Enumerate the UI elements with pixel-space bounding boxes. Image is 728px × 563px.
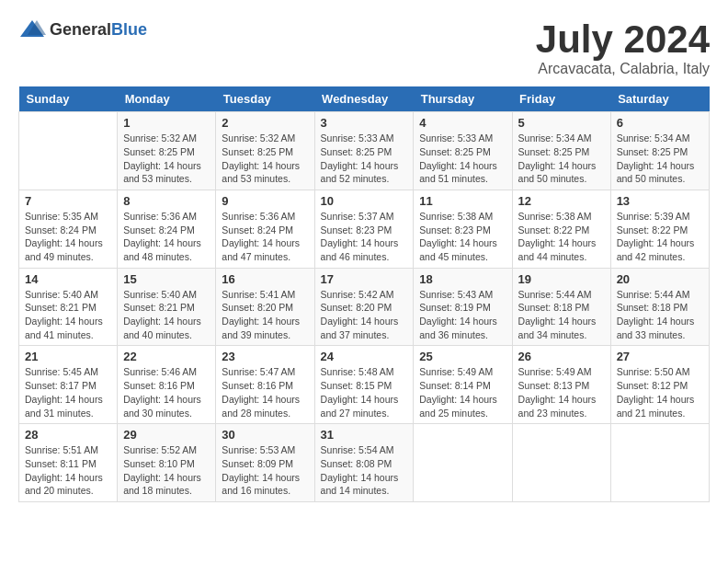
calendar-cell: 11Sunrise: 5:38 AM Sunset: 8:23 PM Dayli… bbox=[414, 190, 512, 268]
calendar-cell: 14Sunrise: 5:40 AM Sunset: 8:21 PM Dayli… bbox=[19, 268, 118, 346]
logo: GeneralBlue bbox=[18, 18, 147, 40]
calendar-header-row: SundayMondayTuesdayWednesdayThursdayFrid… bbox=[19, 86, 710, 112]
column-header-saturday: Saturday bbox=[610, 86, 709, 112]
calendar-cell: 13Sunrise: 5:39 AM Sunset: 8:22 PM Dayli… bbox=[610, 190, 709, 268]
day-info: Sunrise: 5:50 AM Sunset: 8:12 PM Dayligh… bbox=[617, 365, 703, 419]
calendar-cell bbox=[414, 424, 512, 502]
day-info: Sunrise: 5:44 AM Sunset: 8:18 PM Dayligh… bbox=[518, 288, 605, 342]
calendar-cell: 21Sunrise: 5:45 AM Sunset: 8:17 PM Dayli… bbox=[19, 346, 118, 424]
calendar-cell bbox=[19, 112, 118, 190]
day-number: 3 bbox=[321, 116, 408, 130]
calendar-cell: 6Sunrise: 5:34 AM Sunset: 8:25 PM Daylig… bbox=[610, 112, 709, 190]
day-number: 17 bbox=[321, 272, 408, 286]
day-info: Sunrise: 5:46 AM Sunset: 8:16 PM Dayligh… bbox=[123, 365, 210, 419]
calendar-cell: 10Sunrise: 5:37 AM Sunset: 8:23 PM Dayli… bbox=[314, 190, 414, 268]
calendar-cell: 27Sunrise: 5:50 AM Sunset: 8:12 PM Dayli… bbox=[610, 346, 709, 424]
day-info: Sunrise: 5:34 AM Sunset: 8:25 PM Dayligh… bbox=[617, 132, 703, 186]
calendar-cell: 7Sunrise: 5:35 AM Sunset: 8:24 PM Daylig… bbox=[19, 190, 118, 268]
calendar-week-row: 7Sunrise: 5:35 AM Sunset: 8:24 PM Daylig… bbox=[19, 190, 710, 268]
calendar-cell: 29Sunrise: 5:52 AM Sunset: 8:10 PM Dayli… bbox=[118, 424, 216, 502]
calendar-cell: 23Sunrise: 5:47 AM Sunset: 8:16 PM Dayli… bbox=[216, 346, 314, 424]
logo-icon bbox=[18, 18, 46, 40]
day-number: 18 bbox=[419, 272, 506, 286]
day-info: Sunrise: 5:52 AM Sunset: 8:10 PM Dayligh… bbox=[123, 443, 210, 498]
calendar-week-row: 21Sunrise: 5:45 AM Sunset: 8:17 PM Dayli… bbox=[19, 346, 710, 424]
day-number: 16 bbox=[222, 272, 308, 286]
calendar-cell: 25Sunrise: 5:49 AM Sunset: 8:14 PM Dayli… bbox=[414, 346, 512, 424]
day-number: 12 bbox=[518, 194, 605, 208]
calendar-cell: 31Sunrise: 5:54 AM Sunset: 8:08 PM Dayli… bbox=[314, 424, 414, 502]
page-header: GeneralBlue July 2024 Arcavacata, Calabr… bbox=[18, 18, 710, 77]
day-info: Sunrise: 5:41 AM Sunset: 8:20 PM Dayligh… bbox=[222, 288, 308, 342]
day-info: Sunrise: 5:36 AM Sunset: 8:24 PM Dayligh… bbox=[222, 210, 308, 264]
calendar-cell: 16Sunrise: 5:41 AM Sunset: 8:20 PM Dayli… bbox=[216, 268, 314, 346]
day-info: Sunrise: 5:40 AM Sunset: 8:21 PM Dayligh… bbox=[123, 288, 210, 342]
day-number: 15 bbox=[123, 272, 210, 286]
calendar-cell: 24Sunrise: 5:48 AM Sunset: 8:15 PM Dayli… bbox=[314, 346, 414, 424]
calendar-table: SundayMondayTuesdayWednesdayThursdayFrid… bbox=[18, 86, 710, 502]
day-number: 23 bbox=[222, 350, 308, 363]
day-number: 24 bbox=[321, 350, 408, 363]
calendar-cell: 22Sunrise: 5:46 AM Sunset: 8:16 PM Dayli… bbox=[118, 346, 216, 424]
column-header-wednesday: Wednesday bbox=[314, 86, 414, 112]
calendar-cell: 2Sunrise: 5:32 AM Sunset: 8:25 PM Daylig… bbox=[216, 112, 314, 190]
calendar-cell: 17Sunrise: 5:42 AM Sunset: 8:20 PM Dayli… bbox=[314, 268, 414, 346]
day-number: 9 bbox=[222, 194, 308, 208]
day-number: 4 bbox=[419, 116, 506, 130]
calendar-cell: 15Sunrise: 5:40 AM Sunset: 8:21 PM Dayli… bbox=[118, 268, 216, 346]
day-info: Sunrise: 5:44 AM Sunset: 8:18 PM Dayligh… bbox=[617, 288, 703, 342]
day-info: Sunrise: 5:36 AM Sunset: 8:24 PM Dayligh… bbox=[123, 210, 210, 264]
day-number: 22 bbox=[123, 350, 210, 363]
day-number: 20 bbox=[617, 272, 703, 286]
calendar-week-row: 28Sunrise: 5:51 AM Sunset: 8:11 PM Dayli… bbox=[19, 424, 710, 502]
day-number: 2 bbox=[222, 116, 308, 130]
day-number: 26 bbox=[518, 350, 605, 363]
calendar-cell: 18Sunrise: 5:43 AM Sunset: 8:19 PM Dayli… bbox=[414, 268, 512, 346]
calendar-cell: 26Sunrise: 5:49 AM Sunset: 8:13 PM Dayli… bbox=[512, 346, 610, 424]
day-number: 5 bbox=[518, 116, 605, 130]
day-info: Sunrise: 5:39 AM Sunset: 8:22 PM Dayligh… bbox=[617, 210, 703, 264]
day-info: Sunrise: 5:51 AM Sunset: 8:11 PM Dayligh… bbox=[25, 443, 111, 498]
column-header-monday: Monday bbox=[118, 86, 216, 112]
day-info: Sunrise: 5:47 AM Sunset: 8:16 PM Dayligh… bbox=[222, 365, 308, 419]
calendar-cell: 5Sunrise: 5:34 AM Sunset: 8:25 PM Daylig… bbox=[512, 112, 610, 190]
calendar-week-row: 14Sunrise: 5:40 AM Sunset: 8:21 PM Dayli… bbox=[19, 268, 710, 346]
calendar-cell: 19Sunrise: 5:44 AM Sunset: 8:18 PM Dayli… bbox=[512, 268, 610, 346]
day-number: 27 bbox=[617, 350, 703, 363]
month-year-title: July 2024 bbox=[536, 18, 710, 61]
day-info: Sunrise: 5:35 AM Sunset: 8:24 PM Dayligh… bbox=[25, 210, 111, 264]
day-info: Sunrise: 5:48 AM Sunset: 8:15 PM Dayligh… bbox=[321, 365, 408, 419]
day-info: Sunrise: 5:32 AM Sunset: 8:25 PM Dayligh… bbox=[123, 132, 210, 186]
day-info: Sunrise: 5:45 AM Sunset: 8:17 PM Dayligh… bbox=[25, 365, 111, 419]
calendar-cell: 3Sunrise: 5:33 AM Sunset: 8:25 PM Daylig… bbox=[314, 112, 414, 190]
day-info: Sunrise: 5:37 AM Sunset: 8:23 PM Dayligh… bbox=[321, 210, 408, 264]
calendar-cell: 8Sunrise: 5:36 AM Sunset: 8:24 PM Daylig… bbox=[118, 190, 216, 268]
day-number: 28 bbox=[25, 428, 111, 442]
calendar-cell: 1Sunrise: 5:32 AM Sunset: 8:25 PM Daylig… bbox=[118, 112, 216, 190]
day-number: 21 bbox=[25, 350, 111, 363]
day-number: 7 bbox=[25, 194, 111, 208]
day-info: Sunrise: 5:40 AM Sunset: 8:21 PM Dayligh… bbox=[25, 288, 111, 342]
calendar-week-row: 1Sunrise: 5:32 AM Sunset: 8:25 PM Daylig… bbox=[19, 112, 710, 190]
day-info: Sunrise: 5:38 AM Sunset: 8:23 PM Dayligh… bbox=[419, 210, 506, 264]
calendar-cell: 20Sunrise: 5:44 AM Sunset: 8:18 PM Dayli… bbox=[610, 268, 709, 346]
day-info: Sunrise: 5:33 AM Sunset: 8:25 PM Dayligh… bbox=[321, 132, 408, 186]
calendar-cell: 4Sunrise: 5:33 AM Sunset: 8:25 PM Daylig… bbox=[414, 112, 512, 190]
day-number: 29 bbox=[123, 428, 210, 442]
day-info: Sunrise: 5:49 AM Sunset: 8:13 PM Dayligh… bbox=[518, 365, 605, 419]
column-header-tuesday: Tuesday bbox=[216, 86, 314, 112]
calendar-cell: 12Sunrise: 5:38 AM Sunset: 8:22 PM Dayli… bbox=[512, 190, 610, 268]
day-info: Sunrise: 5:53 AM Sunset: 8:09 PM Dayligh… bbox=[222, 443, 308, 498]
logo-text-general: General bbox=[50, 20, 111, 39]
day-number: 30 bbox=[222, 428, 308, 442]
day-number: 25 bbox=[419, 350, 506, 363]
column-header-friday: Friday bbox=[512, 86, 610, 112]
day-number: 19 bbox=[518, 272, 605, 286]
day-info: Sunrise: 5:33 AM Sunset: 8:25 PM Dayligh… bbox=[419, 132, 506, 186]
day-number: 14 bbox=[25, 272, 111, 286]
day-number: 6 bbox=[617, 116, 703, 130]
calendar-cell bbox=[610, 424, 709, 502]
day-number: 31 bbox=[321, 428, 408, 442]
calendar-body: 1Sunrise: 5:32 AM Sunset: 8:25 PM Daylig… bbox=[19, 112, 710, 502]
day-info: Sunrise: 5:43 AM Sunset: 8:19 PM Dayligh… bbox=[419, 288, 506, 342]
